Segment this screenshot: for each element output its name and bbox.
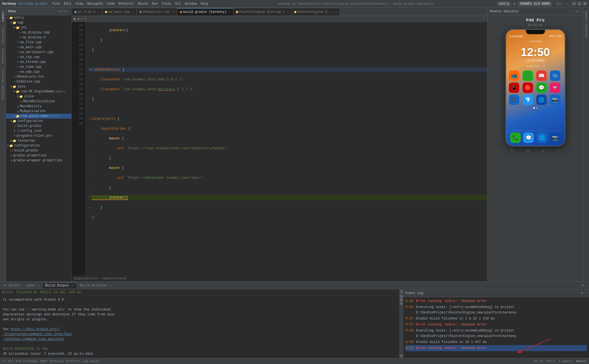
scroll-down-btn[interactable]: ↓ — [400, 354, 403, 357]
phone-apps-grid-3[interactable]: 📞 💎 🌐 📷 — [509, 95, 562, 105]
tab-na-main-cpp[interactable]: na_main.cpp ✕ — [102, 8, 137, 16]
tree-item-na-display-h[interactable]: ▶ ▪ na_display.h — [6, 35, 71, 40]
tab-close-icon[interactable]: ✕ — [229, 10, 230, 14]
tree-item-java[interactable]: ▼ 📁 java — [6, 84, 71, 89]
tab-close-icon[interactable]: ✕ — [98, 10, 99, 14]
tree-item-cpp[interactable]: ▼ 📁 cpp — [6, 20, 71, 25]
phone-app-icon-2[interactable]: 🎵 — [523, 71, 533, 81]
tree-icon-layout[interactable]: ⊞ — [59, 10, 61, 13]
fold-icon[interactable]: ▸ — [92, 67, 94, 72]
phone-square-btn[interactable]: □ — [511, 148, 514, 154]
tree-item-proguard[interactable]: ▪ proguard-rules.pro — [6, 133, 71, 138]
scroll-sync-btn[interactable]: ⇅ — [400, 294, 403, 298]
phone-app-icon-11[interactable]: 🌐 — [536, 95, 547, 105]
status-build-label[interactable]: Build — [90, 360, 99, 363]
status-git-label[interactable]: Git — [8, 360, 13, 363]
menu-code[interactable]: Code — [105, 1, 116, 6]
tree-item-entry[interactable]: ▼ 📁 entry — [6, 15, 71, 20]
status-log-label[interactable]: Log — [82, 360, 88, 363]
fold-icon[interactable] — [90, 87, 91, 92]
run-btn[interactable]: ▶ — [514, 1, 516, 6]
fold-icon[interactable]: ▸ — [90, 205, 91, 210]
device-selector[interactable]: HUAWEI ELS-AN00 — [518, 1, 552, 6]
scroll-clear-btn[interactable]: ✕ — [400, 302, 403, 305]
error-count[interactable]: ✕ 1 — [81, 17, 86, 20]
tab-close-icon[interactable]: ✕ — [335, 10, 337, 14]
tree-item-gradle-properties[interactable]: ▪ gradle.properties — [6, 153, 71, 158]
build-output-text[interactable]: it incompatible with Gradle 8.0. You can… — [0, 296, 399, 358]
phone-app-icon-4[interactable]: 🛍 — [550, 71, 560, 81]
phone-app-icon-12[interactable]: 📷 — [550, 95, 560, 105]
fold-icon[interactable] — [90, 28, 91, 33]
tree-item-na-thread-cpp[interactable]: ▪ na_thread.cpp — [6, 60, 71, 64]
sync-tab-close[interactable]: ✕ — [38, 284, 39, 287]
tree-item-na-time-cpp[interactable]: ▪ na_time.cpp — [6, 64, 71, 69]
fold-icon[interactable]: ▸ — [90, 126, 91, 131]
menu-git[interactable]: Git — [174, 1, 183, 6]
scroll-up-btn[interactable]: ↑ — [400, 290, 403, 293]
menu-view[interactable]: View — [74, 1, 85, 6]
phone-app-icon-7[interactable]: 💬 — [536, 83, 547, 93]
fold-icon[interactable]: ▸ — [90, 185, 91, 190]
phone-app-icon-3[interactable]: 📖 — [536, 71, 547, 81]
phone-circle-btn[interactable]: ○ — [556, 148, 559, 154]
minimize-button[interactable]: — — [572, 2, 576, 5]
tree-item-na-file-cpp[interactable]: ▪ na_file.cpp — [6, 40, 71, 45]
status-position[interactable]: 36:18 — [534, 360, 543, 363]
build-link-2[interactable]: .3/userguide/command_line_interface — [3, 332, 72, 336]
scroll-filter-btn[interactable]: ☰ — [400, 298, 403, 301]
menu-refactor[interactable]: Refactor — [117, 1, 136, 6]
fold-icon[interactable] — [90, 215, 91, 220]
phone-dock[interactable]: 📞 💬 🌐 📷 — [509, 131, 562, 143]
settings-file-link[interactable]: settings.gradle — [18, 2, 47, 6]
menu-file[interactable]: File — [50, 1, 62, 6]
status-encoding[interactable]: UTF-8 — [546, 360, 555, 363]
event-log-minimize-icon[interactable]: — — [585, 291, 587, 295]
tree-item-cmakelists[interactable]: ▪ CMakeLists.txt — [6, 74, 71, 79]
right-tab-remote-emulator[interactable]: Remote Emulator — [584, 9, 588, 40]
tab-px-file-h[interactable]: px_file.h ✕ — [72, 8, 102, 16]
menu-window[interactable]: Window — [183, 1, 198, 6]
tab-cmakelists[interactable]: CMakeLists.txt ✕ — [137, 8, 177, 16]
event-log-content[interactable]: 0:45 Error running 'entry': Unknown erro… — [403, 297, 589, 358]
status-profiler-label[interactable]: Profiler — [66, 360, 80, 363]
status-run-label[interactable]: Run — [16, 360, 21, 363]
status-terminal-label[interactable]: Terminal — [49, 360, 64, 363]
tree-item-config-json[interactable]: { } config.json — [6, 128, 71, 133]
phone-app-icon-1[interactable]: 📺 — [509, 71, 519, 81]
run-config-selector[interactable]: entry — [497, 1, 511, 6]
phone-diamond-btn[interactable]: ◇ — [526, 148, 529, 154]
tree-item-gradle-wrapper-properties[interactable]: ▪ gradle-wrapper.properties — [6, 158, 71, 163]
run-gutter-icon[interactable]: ▶ — [90, 67, 91, 72]
tree-item-na-main-cpp[interactable]: ▪ na_main.cpp — [6, 45, 71, 50]
tab-build-gradle-harmony[interactable]: build.gradle (harmony) ✕ — [177, 8, 233, 16]
menu-run[interactable]: Run — [150, 1, 159, 6]
left-tab-favorites[interactable]: Favorites — [1, 46, 5, 66]
warning-chevron[interactable]: › — [483, 17, 485, 20]
fold-icon[interactable]: ▸ — [90, 116, 91, 121]
menu-navigate[interactable]: Navigate — [86, 1, 105, 6]
fold-icon[interactable]: ▸ — [90, 136, 91, 141]
tab-painterengine-s[interactable]: PainterEngine_S... ✕ — [291, 8, 340, 16]
tab-painterengine-startup[interactable]: PainterEngine_Startup.c ✕ — [233, 8, 291, 16]
code-editor[interactable]: jcenter() ▸ } } ▶ ▸ dependencies { class… — [85, 22, 487, 275]
dock-messages-icon[interactable]: 💬 — [523, 133, 534, 143]
build-link-3[interactable]: .html#sec:command_line_warnings — [3, 337, 64, 341]
left-tab-structure[interactable]: Structure — [1, 25, 5, 45]
tree-icon-filter[interactable]: ≡ — [62, 10, 63, 13]
breadcrumb-item-1[interactable]: allprojects{} — [74, 277, 97, 280]
fold-icon[interactable] — [90, 97, 91, 102]
tab-close-icon[interactable]: ✕ — [287, 10, 288, 14]
tab-close-icon[interactable]: ✕ — [132, 10, 134, 14]
tree-item-na-serialport-cpp[interactable]: ▪ na_serialport.cpp — [6, 50, 71, 55]
tree-item-build-gradle-entry[interactable]: ⬡ build.gradle — [6, 124, 71, 128]
tree-icon-close[interactable]: — — [67, 10, 69, 13]
phone-app-icon-10[interactable]: 💎 — [523, 95, 533, 105]
tree-item-na-udp-cpp[interactable]: ▪ na_udp.cpp — [6, 69, 71, 74]
tree-item-mainability[interactable]: ☕ MainAbility — [6, 104, 71, 109]
fold-icon[interactable]: ▸ — [90, 156, 91, 161]
tree-item-root-build-gradle[interactable]: ⬡ build.gradle — [6, 148, 71, 153]
dock-phone-icon[interactable]: 📞 — [510, 133, 521, 143]
bottom-minimize-icon[interactable]: — — [585, 284, 587, 287]
menu-build[interactable]: Build — [136, 1, 150, 6]
